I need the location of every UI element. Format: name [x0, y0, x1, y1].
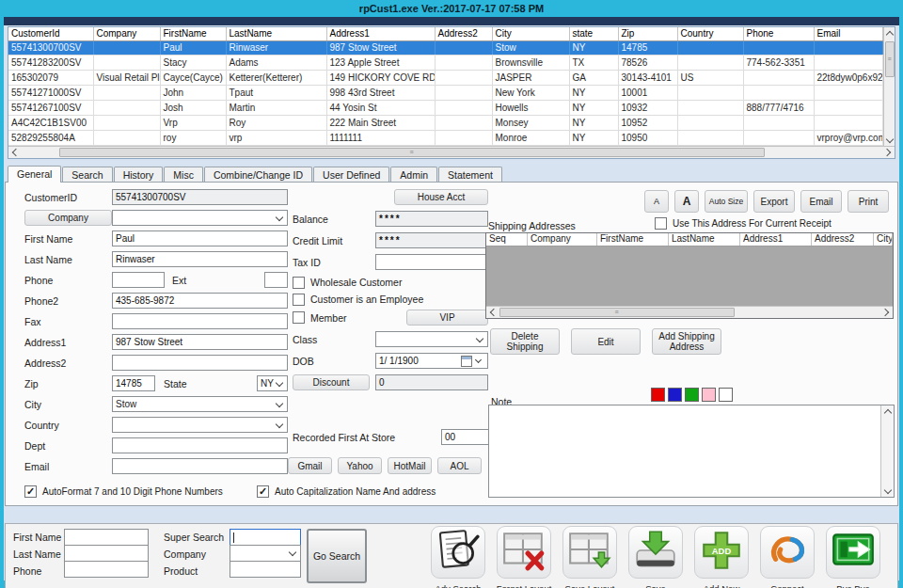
zip-field[interactable]: 14785	[112, 375, 155, 391]
print-button[interactable]: Print	[848, 190, 889, 213]
table-row[interactable]: 165302079Visual Retail PlusCayce(Cayce)K…	[8, 71, 882, 86]
first-name-field[interactable]: Paul	[112, 230, 288, 246]
table-row[interactable]: 55741271000SVJohnTpaut998 43rd StreetNew…	[8, 86, 882, 101]
table-row[interactable]: 55741283200SVStacyAdams123 Apple StreetB…	[8, 56, 882, 71]
scroll-left-button[interactable]	[486, 307, 499, 318]
edit-shipping-button[interactable]: Edit	[571, 328, 641, 355]
recorded-first-field[interactable]: 00	[441, 429, 494, 445]
adv-search-button[interactable]: Adv Search	[427, 526, 489, 588]
shipping-column-header-seq[interactable]: Seq	[486, 233, 528, 246]
table-row[interactable]: 55741300700SVPaulRinwaser987 Stow Street…	[8, 40, 882, 56]
dob-field[interactable]: 1/ 1/1900	[375, 353, 488, 369]
shipping-grid-body[interactable]	[486, 246, 893, 306]
country-combo[interactable]	[112, 417, 288, 433]
phone-ext-field[interactable]	[264, 272, 288, 288]
yahoo-button[interactable]: Yahoo	[338, 457, 382, 474]
hotmail-button[interactable]: HotMail	[388, 457, 432, 474]
fax-field[interactable]	[112, 313, 288, 329]
tax-id-field[interactable]	[375, 254, 488, 270]
address2-field[interactable]	[112, 355, 288, 371]
aol-button[interactable]: AOL	[437, 457, 482, 474]
gmail-button[interactable]: Gmail	[288, 457, 332, 474]
autoformat-checkbox[interactable]	[24, 485, 37, 498]
scroll-down-button[interactable]	[883, 134, 895, 146]
employee-checkbox[interactable]	[293, 294, 305, 306]
add-shipping-address-button[interactable]: Add Shipping Address	[652, 328, 721, 355]
discount-button[interactable]: Discount	[293, 374, 370, 390]
font-larger-button[interactable]: A	[674, 190, 699, 213]
go-search-button[interactable]: Go Search	[307, 529, 367, 583]
delete-shipping-button[interactable]: Delete Shipping	[490, 328, 560, 355]
column-header-email[interactable]: Email	[814, 27, 882, 40]
scroll-left-button[interactable]	[8, 147, 22, 158]
autocapitalization-checkbox[interactable]	[257, 485, 269, 498]
tab-admin[interactable]: Admin	[390, 167, 437, 183]
hscroll-thumb[interactable]: ≡	[499, 308, 735, 317]
balance-field[interactable]: ****	[375, 211, 488, 227]
search-phone-field[interactable]	[64, 561, 149, 578]
title-bar[interactable]: rpCust1.exe Ver.:2017-07-17 07:58 PM	[0, 0, 903, 17]
table-row[interactable]: 55741267100SVJoshMartin44 Yosin StHowell…	[8, 101, 882, 116]
add-new-button[interactable]: ADD Add New	[690, 526, 752, 588]
search-product-field[interactable]	[230, 561, 301, 578]
column-header-state[interactable]: state	[569, 27, 618, 40]
scroll-right-button[interactable]	[879, 307, 893, 318]
email-button[interactable]: Email	[800, 190, 842, 213]
hscroll-thumb[interactable]: ≡	[59, 148, 765, 157]
super-search-field[interactable]	[230, 529, 301, 546]
tab-statement[interactable]: Statement	[438, 167, 502, 183]
search-first-name-field[interactable]	[64, 529, 149, 546]
phone-field[interactable]	[112, 272, 165, 288]
shipping-column-header-lastname[interactable]: LastName	[669, 233, 740, 246]
chevron-up-icon[interactable]	[883, 409, 891, 417]
column-header-firstname[interactable]: FirstName	[160, 27, 226, 40]
column-header-company[interactable]: Company	[93, 27, 160, 40]
phone2-field[interactable]: 435-685-9872	[112, 293, 288, 309]
note-color-swatch-3[interactable]	[702, 388, 716, 402]
note-color-swatch-0[interactable]	[651, 388, 665, 402]
shipping-column-header-city[interactable]: City	[874, 233, 893, 246]
company-combo[interactable]	[112, 210, 288, 226]
font-smaller-button[interactable]: A	[644, 190, 669, 213]
wholesale-checkbox[interactable]	[293, 277, 305, 289]
vscroll-thumb[interactable]: ≡	[885, 41, 895, 77]
column-header-address1[interactable]: Address1	[326, 27, 435, 40]
column-header-country[interactable]: Country	[677, 27, 743, 40]
note-color-swatch-4[interactable]	[719, 388, 733, 402]
use-address-checkbox[interactable]	[655, 217, 667, 230]
scroll-up-button[interactable]	[883, 27, 895, 40]
shipping-column-header-company[interactable]: Company	[528, 233, 597, 246]
discount-field[interactable]: 0	[375, 374, 488, 390]
column-header-city[interactable]: City	[492, 27, 569, 40]
shipping-column-header-address1[interactable]: Address1	[740, 233, 812, 246]
member-checkbox[interactable]	[293, 311, 305, 324]
shipping-column-header-address2[interactable]: Address2	[812, 233, 874, 246]
city-combo[interactable]: Stow	[112, 396, 288, 412]
column-header-phone[interactable]: Phone	[743, 27, 814, 40]
address1-field[interactable]: 987 Stow Street	[112, 334, 288, 350]
house-acct-button[interactable]: House Acct	[394, 189, 488, 205]
tab-misc[interactable]: Misc	[164, 167, 203, 183]
chevron-down-icon[interactable]	[883, 486, 891, 494]
bye-bye-button[interactable]: Bye Bye	[822, 526, 884, 588]
tab-history[interactable]: History	[114, 167, 164, 183]
table-row[interactable]: 52829255804Aroyvrp1111111MonroeNY10950vr…	[8, 131, 882, 146]
save-button[interactable]: Save	[625, 526, 687, 588]
tab-user-defined[interactable]: User Defined	[313, 167, 389, 183]
shipping-column-header-firstname[interactable]: FirstName	[597, 233, 669, 246]
last-name-field[interactable]: Rinwaser	[112, 251, 288, 267]
email-field[interactable]	[112, 458, 288, 474]
export-button[interactable]: Export	[753, 190, 795, 213]
save-layout-button[interactable]: Save Layout	[559, 526, 621, 588]
column-header-address2[interactable]: Address2	[435, 27, 492, 40]
state-combo[interactable]: NY	[257, 375, 288, 391]
customer-id-field[interactable]: 55741300700SV	[112, 189, 288, 205]
column-header-zip[interactable]: Zip	[618, 27, 677, 40]
tab-search[interactable]: Search	[62, 167, 112, 183]
note-color-swatch-1[interactable]	[668, 388, 682, 402]
scroll-right-button[interactable]	[881, 147, 895, 158]
search-company-combo[interactable]	[230, 545, 301, 562]
note-textarea[interactable]	[489, 405, 880, 497]
class-combo[interactable]	[375, 331, 488, 347]
tab-combine-change-id[interactable]: Combine/Change ID	[204, 167, 312, 183]
